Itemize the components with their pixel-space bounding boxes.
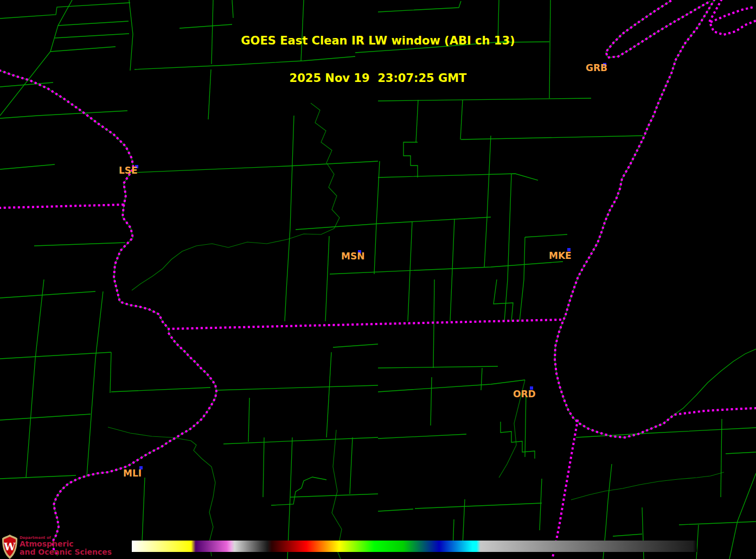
title-line-1: GOES East Clean IR LW window (ABI ch 13) [0,35,756,47]
logo-name-line-2: and Oceanic Sciences [20,548,112,556]
svg-text:W: W [3,541,16,552]
station-label: LSE [119,165,138,176]
aos-logo-text: Department of Atmospheric and Oceanic Sc… [20,536,112,556]
goes-satellite-image: GOES East Clean IR LW window (ABI ch 13)… [0,0,756,559]
title-line-2: 2025 Nov 19 23:07:25 GMT [0,72,756,85]
station-label: GRB [586,62,607,73]
ir-temperature-colorbar [132,541,697,552]
station-label: MKE [549,250,572,261]
station-label: ORD [513,389,536,399]
station-label: MSN [341,251,364,262]
logo-name-line-1: Atmospheric [20,540,112,548]
station-label: MLI [123,468,142,479]
aos-logo: W Department of Atmospheric and Oceanic … [2,535,132,559]
uw-crest-icon: W [2,535,18,559]
image-title: GOES East Clean IR LW window (ABI ch 13)… [0,10,756,110]
